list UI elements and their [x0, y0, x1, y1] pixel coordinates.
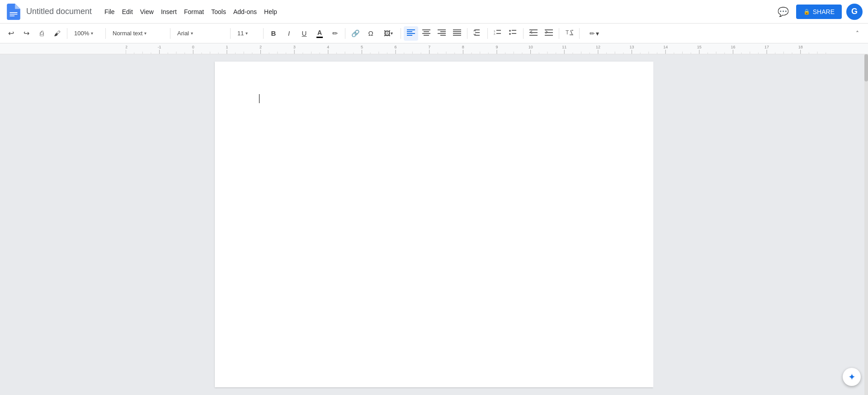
- svg-text:16: 16: [731, 44, 735, 49]
- svg-rect-6: [422, 33, 430, 34]
- svg-point-25: [509, 33, 511, 35]
- collapse-toolbar-icon: ˄: [856, 30, 859, 37]
- scrollbar-thumb[interactable]: [864, 54, 868, 81]
- svg-rect-7: [424, 35, 429, 36]
- smart-compose-button[interactable]: ✦: [843, 368, 861, 386]
- textcolor-button[interactable]: A: [312, 26, 327, 41]
- insertimage-chevron: ▾: [391, 31, 393, 36]
- underline-button[interactable]: U: [297, 26, 311, 41]
- svg-text:8: 8: [462, 44, 464, 49]
- style-dropdown[interactable]: Normal text ▾: [108, 26, 167, 41]
- separator-11: [559, 28, 559, 39]
- align-center-icon: [422, 29, 430, 37]
- style-value: Normal text: [113, 30, 142, 37]
- svg-rect-10: [438, 33, 446, 34]
- separator-10: [523, 28, 524, 39]
- svg-rect-30: [545, 29, 553, 30]
- svg-rect-8: [438, 29, 446, 30]
- svg-text:18: 18: [798, 44, 803, 49]
- svg-rect-29: [529, 35, 538, 36]
- link-button[interactable]: 🔗: [348, 26, 363, 41]
- menu-file[interactable]: File: [101, 6, 118, 17]
- redo-button[interactable]: ↪: [19, 26, 33, 41]
- svg-text:9: 9: [496, 44, 498, 49]
- user-initial: G: [851, 7, 858, 16]
- menu-addons[interactable]: Add-ons: [230, 6, 260, 17]
- insertimage-button[interactable]: 🖼 ▾: [379, 26, 398, 41]
- undo-button[interactable]: ↩: [4, 26, 18, 41]
- right-margin: ✦: [653, 54, 868, 395]
- svg-rect-26: [512, 33, 516, 34]
- separator-3: [170, 28, 170, 39]
- menu-edit[interactable]: Edit: [118, 6, 137, 17]
- user-avatar[interactable]: G: [846, 4, 863, 20]
- numbered-list-button[interactable]: 1.2.: [491, 26, 505, 41]
- insertimage-icon: 🖼: [384, 29, 391, 37]
- highlight-icon: ✏: [332, 29, 338, 38]
- svg-text:2: 2: [259, 44, 262, 49]
- menu-tools[interactable]: Tools: [208, 6, 230, 17]
- print-button[interactable]: ⎙: [34, 26, 49, 41]
- align-right-button[interactable]: [434, 26, 449, 41]
- increase-indent-button[interactable]: [542, 26, 556, 41]
- scrollbar[interactable]: [864, 54, 868, 395]
- font-chevron-icon: ▾: [191, 31, 193, 36]
- undo-icon: ↩: [8, 29, 14, 38]
- smart-compose-icon: ✦: [848, 371, 856, 382]
- decrease-indent-button[interactable]: [526, 26, 541, 41]
- menu-view[interactable]: View: [137, 6, 157, 17]
- comment-icon: 💬: [778, 6, 789, 17]
- increase-indent-icon: [545, 29, 553, 37]
- italic-button[interactable]: I: [282, 26, 296, 41]
- editmode-button[interactable]: ✏ ▾: [582, 26, 606, 41]
- collapse-toolbar-button[interactable]: ˄: [850, 26, 864, 41]
- clearformat-icon: T: [565, 29, 573, 38]
- app-logo: [5, 4, 22, 20]
- clearformat-button[interactable]: T: [562, 26, 576, 41]
- italic-icon: I: [288, 29, 290, 37]
- separator-1: [67, 28, 67, 39]
- svg-text:15: 15: [697, 44, 702, 49]
- zoom-value: 100%: [74, 30, 89, 37]
- menu-bar: File Edit View Insert Format Tools Add-o…: [101, 6, 775, 17]
- text-cursor: [259, 94, 259, 103]
- separator-9: [487, 28, 488, 39]
- decrease-indent-icon: [529, 29, 538, 37]
- svg-line-34: [571, 30, 572, 35]
- comments-button[interactable]: 💬: [775, 4, 792, 20]
- zoom-chevron-icon: ▾: [91, 31, 93, 36]
- menu-insert[interactable]: Insert: [157, 6, 180, 17]
- svg-text:3: 3: [293, 44, 296, 49]
- print-icon: ⎙: [40, 29, 44, 37]
- fontsize-dropdown[interactable]: 11 ▾: [233, 26, 260, 41]
- zoom-dropdown[interactable]: 100% ▾: [70, 26, 103, 41]
- style-chevron-icon: ▾: [144, 31, 146, 36]
- doc-title[interactable]: Untitled document: [26, 7, 92, 16]
- ruler: -2-10123456789101112131415161718: [0, 43, 868, 54]
- bulleted-list-button[interactable]: [506, 26, 520, 41]
- align-center-button[interactable]: [419, 26, 434, 41]
- menu-help[interactable]: Help: [260, 6, 281, 17]
- fontsize-chevron-icon: ▾: [245, 31, 248, 36]
- linespacing-button[interactable]: [470, 26, 485, 41]
- bold-button[interactable]: B: [266, 26, 281, 41]
- highlight-button[interactable]: ✏: [328, 26, 342, 41]
- paintformat-button[interactable]: 🖌: [50, 26, 64, 41]
- document-page[interactable]: [215, 62, 653, 387]
- separator-4: [230, 28, 231, 39]
- justify-button[interactable]: [450, 26, 464, 41]
- separator-5: [263, 28, 264, 39]
- svg-rect-3: [407, 35, 412, 36]
- svg-rect-11: [440, 35, 446, 36]
- insertspecial-button[interactable]: Ω: [363, 26, 378, 41]
- insertspecial-icon: Ω: [368, 29, 373, 37]
- align-left-button[interactable]: [404, 26, 418, 41]
- svg-text:11: 11: [562, 44, 566, 49]
- svg-rect-13: [453, 31, 461, 32]
- svg-rect-4: [422, 29, 430, 30]
- share-button[interactable]: 🔒 SHARE: [796, 5, 842, 19]
- separator-12: [579, 28, 580, 39]
- separator-2: [105, 28, 106, 39]
- menu-format[interactable]: Format: [180, 6, 208, 17]
- font-dropdown[interactable]: Arial ▾: [173, 26, 227, 41]
